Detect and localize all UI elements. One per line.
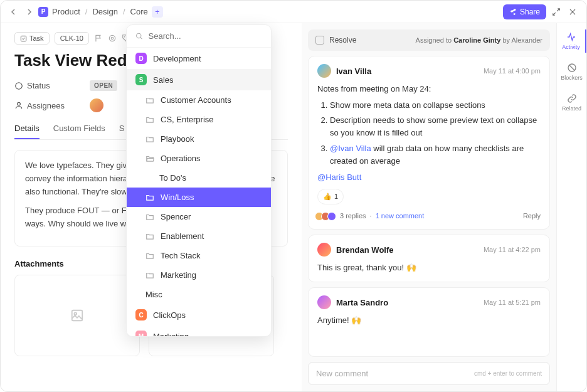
- space-letter-icon: C: [135, 309, 147, 320]
- comment-composer[interactable]: New comment cmd + enter to comment: [308, 362, 550, 385]
- space-label: Development: [153, 54, 201, 63]
- svg-point-2: [111, 37, 114, 40]
- rail-activity[interactable]: Activity: [557, 29, 586, 53]
- rail-related[interactable]: Related: [557, 91, 586, 114]
- flag-icon[interactable]: [94, 34, 103, 43]
- new-comment-indicator[interactable]: 1 new comment: [376, 211, 425, 221]
- list-misc[interactable]: Misc: [127, 285, 271, 304]
- task-id-chip[interactable]: CLK-10: [55, 32, 89, 45]
- resolve-label[interactable]: Resolve: [329, 36, 356, 45]
- tab-more[interactable]: S: [119, 124, 125, 139]
- comment-time: May 11 at 5:21 pm: [484, 299, 541, 306]
- svg-rect-6: [72, 310, 83, 321]
- breadcrumb-sep: /: [123, 7, 125, 16]
- svg-point-4: [16, 82, 23, 89]
- composer-placeholder: New comment: [316, 369, 368, 378]
- status-label: Status: [14, 81, 83, 90]
- task-icon: [20, 35, 27, 42]
- comment-body: Notes from meeting on May 24: Show more …: [317, 83, 541, 221]
- rail-blockers[interactable]: Blockers: [557, 60, 586, 83]
- comment-time: May 11 at 4:00 pm: [484, 67, 541, 75]
- reply-button[interactable]: Reply: [523, 211, 541, 221]
- breadcrumb-sep: /: [85, 7, 88, 16]
- task-type-chip[interactable]: Task: [14, 32, 50, 45]
- breadcrumb-design[interactable]: Design: [92, 7, 117, 16]
- comment-card: Ivan Villa May 11 at 4:00 pm Notes from …: [308, 56, 550, 230]
- svg-point-1: [109, 35, 115, 41]
- activity-icon: [566, 32, 576, 42]
- svg-point-3: [124, 36, 125, 38]
- tab-custom-fields[interactable]: Custom Fields: [53, 124, 105, 139]
- folder-playbook[interactable]: Playbook: [127, 129, 271, 149]
- space-letter-icon: D: [135, 53, 147, 64]
- workspace-icon: P: [38, 7, 48, 17]
- topbar: P Product / Design / Core + Share: [1, 1, 586, 23]
- folder-icon: [145, 193, 154, 202]
- comment-author: Ivan Villa: [336, 66, 371, 76]
- mention[interactable]: @Ivan Villa: [330, 144, 371, 153]
- related-icon: [567, 93, 577, 103]
- assignee-avatar[interactable]: [90, 98, 103, 112]
- tab-details[interactable]: Details: [14, 124, 40, 139]
- folder-techstack[interactable]: Tech Stack: [127, 246, 271, 265]
- status-badge[interactable]: OPEN: [90, 80, 117, 91]
- comment-avatar[interactable]: [317, 295, 331, 309]
- assignees-label: Assignees: [14, 101, 83, 110]
- folder-enablement[interactable]: Enablement: [127, 226, 271, 246]
- image-icon: [70, 309, 84, 322]
- list-winloss[interactable]: Win/Loss: [127, 188, 271, 207]
- dropdown-search[interactable]: [127, 25, 271, 48]
- folder-customer-accounts[interactable]: Customer Accounts: [127, 90, 271, 110]
- reply-count[interactable]: 3 replies: [340, 211, 366, 221]
- space-clickops[interactable]: CClickOps: [127, 304, 271, 326]
- svg-point-10: [137, 33, 141, 38]
- search-icon: [135, 32, 144, 41]
- comment-body: Anytime! 🙌: [317, 314, 541, 327]
- space-sales[interactable]: S Sales: [127, 69, 271, 90]
- mention[interactable]: @Haris Butt: [317, 172, 361, 182]
- composer-hint: cmd + enter to comment: [474, 370, 542, 377]
- comment-body: This is great, thank you! 🙌: [317, 262, 541, 274]
- svg-rect-0: [21, 36, 26, 41]
- resolve-bar: Resolve Assigned to Caroline Ginty by Al…: [308, 29, 550, 51]
- space-development[interactable]: D Development: [127, 48, 271, 69]
- nav-back[interactable]: [8, 6, 19, 18]
- folder-operations[interactable]: Operations: [127, 149, 271, 168]
- target-icon[interactable]: [108, 34, 117, 43]
- space-marketing[interactable]: MMarketing: [127, 326, 271, 336]
- status-icon: [14, 82, 23, 90]
- folder-cs-enterprise[interactable]: CS, Enterprise: [127, 110, 271, 129]
- share-label: Share: [520, 8, 540, 16]
- folder-icon: [145, 232, 154, 241]
- comment-avatar[interactable]: [317, 64, 331, 78]
- folder-icon: [145, 135, 154, 144]
- folder-marketing[interactable]: Marketing: [127, 265, 271, 285]
- comment-time: May 11 at 4:22 pm: [484, 246, 541, 253]
- space-letter-icon: M: [135, 331, 147, 336]
- comments-panel: Resolve Assigned to Caroline Ginty by Al…: [302, 23, 556, 391]
- attachment-placeholder[interactable]: [14, 275, 140, 356]
- folder-icon: [145, 213, 154, 221]
- task-chip-label: Task: [29, 34, 44, 42]
- breadcrumb-product[interactable]: Product: [52, 7, 80, 16]
- list-todos[interactable]: To Do's: [127, 168, 271, 188]
- thread-avatars: [317, 212, 336, 221]
- comment-avatar[interactable]: [317, 243, 331, 257]
- folder-icon: [145, 252, 154, 260]
- share-button[interactable]: Share: [503, 4, 546, 19]
- assigned-text: Assigned to Caroline Ginty by Alexander: [416, 36, 542, 44]
- resolve-checkbox[interactable]: [315, 36, 324, 45]
- comment-card: Marta Sandro May 11 at 5:21 pm Anytime! …: [308, 287, 550, 357]
- blockers-icon: [567, 63, 577, 73]
- breadcrumb-core[interactable]: Core: [130, 7, 148, 16]
- close-icon[interactable]: [566, 6, 579, 18]
- collapse-icon[interactable]: [550, 6, 563, 18]
- dropdown-search-input[interactable]: [149, 31, 262, 41]
- right-rail: Activity Blockers Related: [556, 23, 586, 391]
- comment-author: Marta Sandro: [336, 298, 388, 307]
- folder-icon: [145, 115, 154, 124]
- nav-forward[interactable]: [23, 6, 34, 18]
- reaction-button[interactable]: 👍1: [317, 189, 344, 204]
- breadcrumb-add[interactable]: +: [152, 6, 163, 18]
- folder-spencer[interactable]: Spencer: [127, 207, 271, 226]
